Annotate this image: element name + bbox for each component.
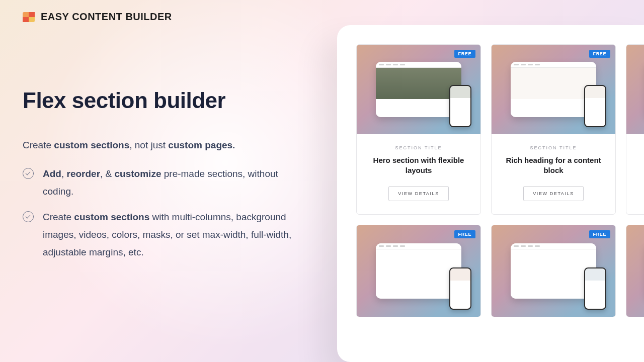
phone-mock-icon [584, 85, 606, 127]
free-badge: FREE [589, 230, 610, 238]
hero-copy: Flex section builder Create custom secti… [23, 88, 309, 269]
phone-mock-icon [584, 267, 606, 310]
page-title: Flex section builder [23, 88, 309, 114]
template-thumbnail: FREE [357, 225, 480, 317]
free-badge: FREE [589, 50, 610, 58]
view-details-button[interactable]: View Details [388, 186, 449, 201]
template-eyebrow: Section Title [364, 145, 473, 150]
desktop-mock-icon [376, 243, 461, 299]
template-eyebrow: Section Title [499, 145, 608, 150]
check-icon [23, 211, 34, 222]
hero-bullet-2: Create custom sections with multi-column… [23, 208, 309, 261]
template-thumbnail: FREE [492, 225, 615, 317]
template-card[interactable]: FREE [356, 225, 481, 317]
desktop-mock-icon [376, 62, 461, 117]
desktop-mock-icon [511, 62, 596, 117]
brand-logo-icon [23, 12, 35, 22]
template-card[interactable]: FREE Section Title Hero section with fle… [356, 44, 481, 215]
template-card[interactable]: FREE Section Title Rich heading for a co… [491, 44, 616, 215]
template-title: Te [633, 155, 644, 175]
template-card[interactable]: FREE Section Title Te View Details [626, 44, 644, 215]
brand: Easy Content Builder [23, 11, 172, 23]
phone-mock-icon [449, 267, 471, 310]
template-thumbnail: FREE [357, 45, 480, 134]
view-details-button[interactable]: View Details [523, 186, 584, 201]
free-badge: FREE [454, 50, 475, 58]
brand-name: Easy Content Builder [41, 11, 172, 23]
template-card[interactable]: FREE [491, 225, 616, 317]
template-gallery-panel: FREE Section Title Hero section with fle… [337, 25, 644, 362]
template-thumbnail: FREE [626, 225, 644, 317]
hero-bullet-1: Add, reorder, & customize pre-made secti… [23, 165, 309, 200]
desktop-mock-icon [511, 243, 596, 299]
template-card[interactable]: FREE [626, 225, 644, 317]
template-thumbnail: FREE [626, 45, 644, 134]
template-eyebrow: Section Title [633, 145, 644, 150]
template-title: Hero section with flexible layouts [364, 155, 473, 176]
check-icon [23, 168, 34, 179]
template-thumbnail: FREE [492, 45, 615, 134]
template-title: Rich heading for a content block [499, 155, 608, 176]
free-badge: FREE [454, 230, 475, 238]
hero-lead: Create custom sections, not just custom … [23, 140, 309, 151]
phone-mock-icon [449, 85, 471, 127]
